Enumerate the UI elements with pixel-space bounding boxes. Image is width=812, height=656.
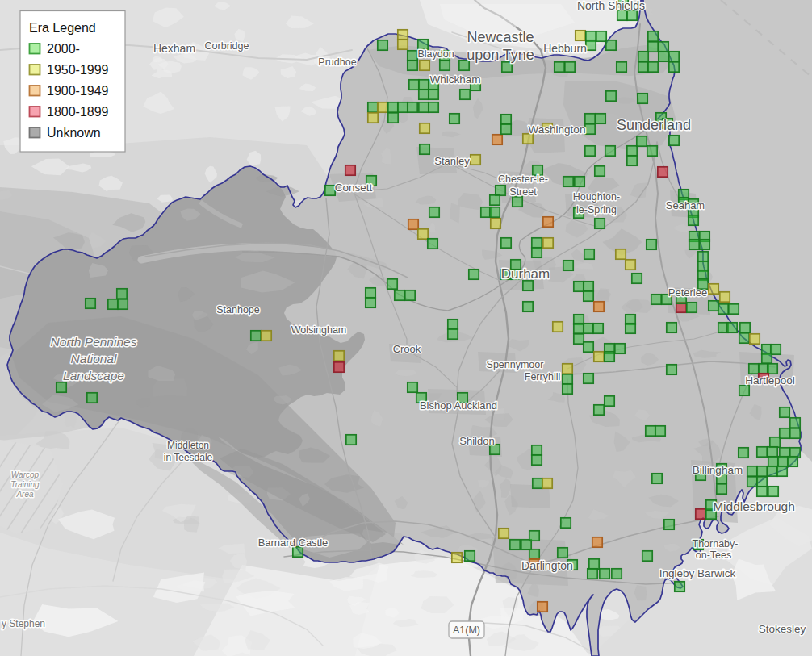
svg-text:Hebburn: Hebburn <box>543 42 587 55</box>
svg-text:Chester-le-: Chester-le- <box>498 173 548 185</box>
svg-text:Durham: Durham <box>501 266 550 282</box>
svg-text:1800-1899: 1800-1899 <box>47 105 109 119</box>
svg-text:Shildon: Shildon <box>459 435 494 447</box>
svg-text:Thornaby-: Thornaby- <box>693 538 739 549</box>
svg-text:Peterlee: Peterlee <box>668 286 707 299</box>
svg-text:Middlesbrough: Middlesbrough <box>713 499 795 513</box>
svg-text:Era Legend: Era Legend <box>29 21 96 35</box>
svg-text:Unknown: Unknown <box>47 126 101 140</box>
svg-text:Newcastle: Newcastle <box>467 29 534 45</box>
svg-text:in Teesdale: in Teesdale <box>164 452 213 463</box>
svg-text:Corbridge: Corbridge <box>205 40 249 52</box>
svg-text:Billingham: Billingham <box>693 464 743 476</box>
svg-text:Stanhope: Stanhope <box>216 304 260 315</box>
svg-text:on-Tees: on-Tees <box>696 549 731 561</box>
svg-text:Blaydon: Blaydon <box>417 48 454 60</box>
svg-text:upon Tyne: upon Tyne <box>467 47 534 63</box>
svg-text:North Pennines: North Pennines <box>51 335 137 349</box>
svg-text:Warcop: Warcop <box>11 470 40 479</box>
svg-text:y Stephen: y Stephen <box>2 618 45 629</box>
svg-text:North Shields: North Shields <box>577 0 645 12</box>
svg-text:Training: Training <box>10 480 40 489</box>
svg-text:Whickham: Whickham <box>429 73 480 86</box>
svg-text:Hexham: Hexham <box>153 42 195 55</box>
svg-text:Prudhoe: Prudhoe <box>318 56 356 68</box>
svg-text:Ferryhill: Ferryhill <box>525 371 560 382</box>
svg-text:Wolsingham: Wolsingham <box>291 324 347 336</box>
svg-text:Landscape: Landscape <box>63 369 124 382</box>
svg-text:2000-: 2000- <box>47 42 80 56</box>
svg-text:le-Spring: le-Spring <box>576 204 617 215</box>
svg-text:Darlington: Darlington <box>521 559 573 572</box>
svg-text:Stokesley: Stokesley <box>759 623 806 635</box>
svg-text:1900-1949: 1900-1949 <box>47 84 109 98</box>
svg-text:Washington: Washington <box>529 123 586 136</box>
svg-text:Seaham: Seaham <box>666 199 705 211</box>
svg-text:Consett: Consett <box>335 182 373 194</box>
svg-text:Crook: Crook <box>393 343 421 355</box>
svg-text:Sunderland: Sunderland <box>617 117 691 133</box>
svg-text:Area: Area <box>15 490 34 499</box>
svg-text:1950-1999: 1950-1999 <box>47 63 109 77</box>
svg-text:Middleton: Middleton <box>167 440 209 451</box>
svg-text:Barnard Castle: Barnard Castle <box>258 537 329 549</box>
svg-text:Hartlepool: Hartlepool <box>745 374 795 386</box>
svg-text:Ingleby Barwick: Ingleby Barwick <box>659 567 736 579</box>
svg-text:Houghton-: Houghton- <box>573 191 620 203</box>
svg-text:Stanley: Stanley <box>434 155 470 167</box>
svg-text:National: National <box>71 352 117 366</box>
svg-text:A1(M): A1(M) <box>453 625 480 636</box>
svg-text:Bishop Auckland: Bishop Auckland <box>420 399 497 412</box>
svg-text:Spennymoor: Spennymoor <box>487 359 544 370</box>
svg-text:Street: Street <box>509 186 537 198</box>
